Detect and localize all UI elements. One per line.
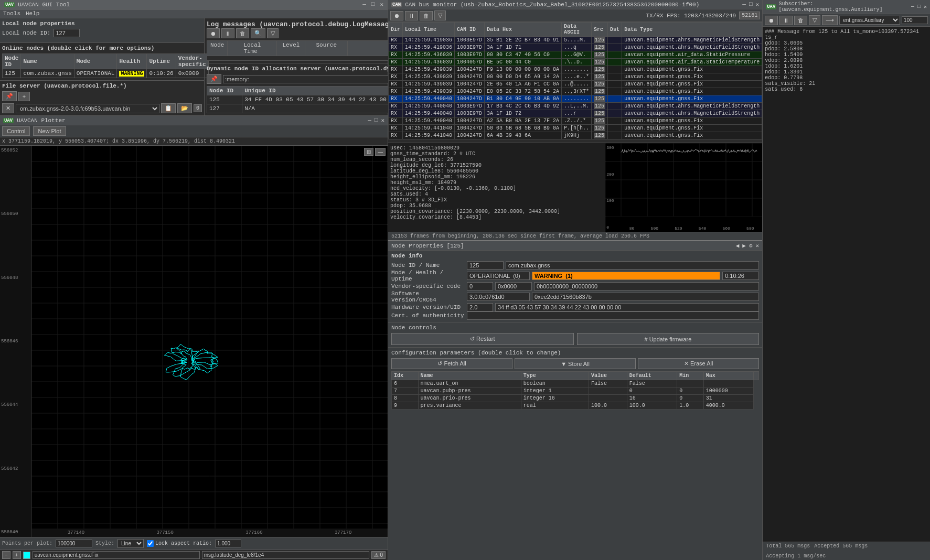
plotter-close-btn[interactable]: ✕ [381,117,384,124]
can-row[interactable]: RX 14:25:59.419036 1003E97D 3A 1F 1D 71 … [389,44,762,51]
health-field[interactable] [532,272,720,280]
menu-help[interactable]: Help [26,10,39,17]
node-props-gear-btn[interactable]: ⚙ [749,242,753,249]
file-server-pin-btn[interactable]: 📌 [2,91,17,101]
can-row[interactable]: RX 14:25:59.440040 1003E97D 17 B3 4C 2C … [389,103,762,110]
can-row[interactable]: RX 14:25:59.439039 1004247D 00 00 D0 D4 … [389,73,762,81]
channel-name-input[interactable] [33,551,200,559]
channel-color-swatch[interactable] [23,552,30,559]
vendor-field2[interactable] [495,282,532,290]
channel-minus-btn[interactable]: − [2,551,10,559]
plotter-expand-btn[interactable]: ⊞ [364,148,373,156]
config-row[interactable]: 7 uavcan.pubp-pres integer 1 0 0 1000000 [392,387,759,395]
config-row[interactable]: 9 pres.variance real 100.0 100.0 1.0 400… [392,402,759,410]
file-server-select[interactable]: om.zubax.gnss-2.0-3.0.fc69b53.uavcan.bin [16,104,159,113]
log-record-btn[interactable]: ⏺ [207,28,220,38]
can-row[interactable]: RX 14:25:59.440040 1004247D A2 5A B0 0A … [389,117,762,125]
style-select[interactable]: Line [117,539,144,548]
local-node-panel: Local node properties Local node ID: [0,18,204,43]
menu-tools[interactable]: Tools [3,10,20,17]
sw-version-field[interactable] [467,293,530,301]
hw-version-field[interactable] [467,303,493,311]
node-row[interactable]: 125 com.zubax.gnss OPERATIONAL WARNING 0… [3,69,209,78]
file-server-add-btn[interactable]: + [18,92,30,101]
store-all-btn[interactable]: ▼ Store All [515,358,636,369]
channel-plus-btn[interactable]: + [13,551,21,559]
can-row[interactable]: RX 14:25:59.441040 1004247D 50 03 5B 68 … [389,125,762,132]
dynamic-pin-btn[interactable]: 📌 [207,74,221,84]
can-pause-btn[interactable]: ⏸ [405,11,418,20]
sub-minimize-btn[interactable]: — [911,4,914,10]
sub-filter-btn[interactable]: ▽ [809,15,820,25]
subscriber-content[interactable]: ### Message from 125 to All ts_mono=1033… [763,27,930,542]
update-firmware-btn[interactable]: # Update firmware [577,333,760,345]
can-win-maximize[interactable]: □ [749,1,753,8]
sub-maximize-btn[interactable]: □ [917,4,921,10]
mode-field[interactable] [467,272,530,280]
aspect-ratio-input[interactable] [215,540,241,547]
sw-crc-field[interactable] [532,293,759,301]
decoded-text[interactable]: usec: 1458041159800029gnss_time_standard… [388,143,605,232]
window-minimize-btn[interactable]: — [362,1,366,8]
can-win-minimize[interactable]: — [742,1,746,8]
lock-aspect-checkbox[interactable] [147,540,154,547]
local-node-id-input[interactable] [54,29,80,37]
channel-y-input[interactable] [202,551,369,559]
can-row[interactable]: RX 14:25:59.439039 1004247D E0 05 2C 33 … [389,88,762,95]
plotter-collapse-btn[interactable]: — [375,148,386,156]
config-row[interactable]: 8 uavcan.prio-pres integer 16 16 0 31 [392,395,759,402]
sub-pause-btn[interactable]: ⏸ [779,16,793,25]
sub-record-btn[interactable]: ⏺ [765,16,778,25]
can-filter-btn[interactable]: ▽ [434,10,446,20]
plotter-minimize-btn[interactable]: — [368,117,371,124]
can-row[interactable]: RX 14:25:59.436039 1004057D BE 5C 00 44 … [389,59,762,66]
plotter-control-btn[interactable]: Control [2,126,30,136]
sub-clear-btn[interactable]: 🗑 [794,16,807,25]
window-close-btn[interactable]: ✕ [380,1,383,8]
plotter-maximize-btn[interactable]: □ [375,117,378,124]
can-row[interactable]: RX 14:25:59.440040 1004247D B1 80 C4 9E … [389,95,762,103]
plotter-canvas[interactable]: 377140 377150 377160 377170 [31,146,388,537]
sub-forward-btn[interactable]: ⟶ [822,15,838,25]
restart-btn[interactable]: ↺ Restart [391,333,574,345]
can-row[interactable]: RX 14:25:59.419036 1003E97D 35 B1 2E 2C … [389,37,762,44]
node-props-left-btn[interactable]: ◀ [736,242,740,249]
vendor-field3[interactable] [534,282,759,290]
can-table-container[interactable]: Dir Local Time CAN ID Data Hex Data ASCI… [388,22,762,143]
can-row[interactable]: RX 14:25:59.439039 1004247D 2E 05 40 1A … [389,81,762,88]
log-filter-btn[interactable]: ▽ [267,28,279,38]
log-search-btn[interactable]: 🔍 [251,28,265,38]
uptime-field[interactable] [722,272,759,280]
log-clear-btn[interactable]: 🗑 [236,28,249,38]
config-row[interactable]: 6 nmea.uart_on boolean False False [392,380,759,387]
window-maximize-btn[interactable]: □ [371,1,375,8]
node-props-right-btn[interactable]: ▶ [742,242,746,249]
can-row[interactable]: RX 14:25:59.441040 1004247D 6A 4B 39 48 … [389,132,762,139]
hw-uid-field[interactable] [495,303,759,311]
can-clear-btn[interactable]: 🗑 [420,11,433,20]
can-record-btn[interactable]: ⏺ [390,11,403,20]
plotter-new-plot-btn[interactable]: New Plot [33,126,66,136]
fetch-all-btn[interactable]: ↺ Fetch All [391,358,512,369]
pts-per-plot-input[interactable] [56,540,92,547]
can-row[interactable]: RX 14:25:59.439039 1004247D F9 13 00 00 … [389,66,762,73]
cert-field[interactable] [467,311,759,320]
alarm-btn[interactable]: ⚠ 0 [371,551,386,559]
node-props-close-btn[interactable]: ✕ [756,242,760,249]
node-id-field[interactable] [467,261,504,270]
file-server-copy-btn[interactable]: 📋 [161,103,176,113]
sub-close-btn[interactable]: ✕ [924,4,927,10]
can-row[interactable]: RX 14:25:59.436039 1003E97D 00 80 C3 47 … [389,51,762,59]
config-table-container[interactable]: Idx Name Type Value Default Min Max 6 nm… [391,371,759,558]
can-win-close[interactable]: ✕ [756,1,760,8]
sub-rate-input[interactable] [902,16,928,24]
erase-all-btn[interactable]: ✕ Erase All [638,358,759,369]
log-pause-btn[interactable]: ⏸ [221,28,234,38]
sub-type-select[interactable]: ent.gnss.Auxiliary [839,16,900,25]
file-server-open-btn[interactable]: 📂 [177,103,192,113]
node-name-field[interactable] [506,261,759,270]
vendor-field1[interactable] [467,282,493,290]
file-server-remove-btn[interactable]: ✕ [2,103,14,113]
can-row[interactable]: RX 14:25:59.440040 1003E97D 3A 1F 1D 72 … [389,110,762,117]
cfg-min: 0 [677,395,704,402]
